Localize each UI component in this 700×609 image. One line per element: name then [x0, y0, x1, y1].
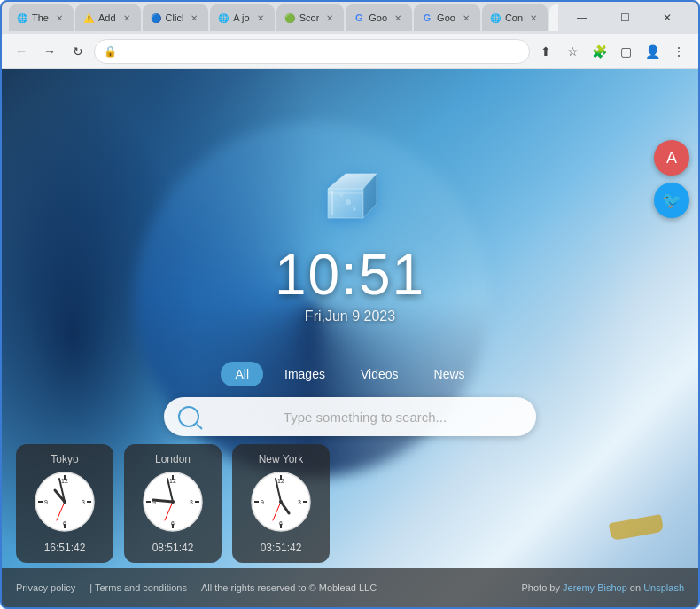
close-button[interactable]: ✕	[647, 4, 688, 31]
tab-1-label: The	[32, 12, 49, 23]
clock-tokyo-city: Tokyo	[27, 453, 103, 465]
toolbar: ← → ↻ 🔒 ⬆ ☆ 🧩 ▢ 👤 ⋮	[2, 34, 698, 69]
menu-button[interactable]: ⋮	[666, 39, 691, 64]
svg-text:12: 12	[169, 478, 176, 484]
tab-2[interactable]: ⚠️ Add ✕	[75, 4, 141, 31]
svg-point-5	[346, 199, 351, 205]
tab-8-favicon: 🌐	[489, 12, 502, 24]
clock-london-analog: 12 3 6 9	[142, 471, 204, 533]
tab-4[interactable]: 🌐 A jo ✕	[210, 4, 274, 31]
clock-date: Fri,Jun 9 2023	[275, 308, 425, 324]
tab-5-label: Scor	[299, 12, 320, 23]
toolbar-actions: ⬆ ☆ 🧩 ▢ 👤 ⋮	[533, 39, 691, 64]
svg-point-6	[339, 193, 343, 197]
tab-4-close[interactable]: ✕	[253, 11, 268, 25]
svg-text:12: 12	[61, 478, 68, 484]
tab-7-label: Goo	[437, 12, 455, 23]
translate-fab[interactable]: A	[654, 140, 689, 176]
search-tab-all[interactable]: All	[221, 362, 263, 386]
tab-1-close[interactable]: ✕	[52, 11, 66, 25]
tab-5-close[interactable]: ✕	[323, 11, 337, 25]
tab-9[interactable]: 🔶 Kryc ✕	[549, 4, 558, 31]
svg-text:3: 3	[82, 499, 85, 505]
clock-newyork-city: New York	[243, 453, 319, 465]
clock-london-city: London	[135, 453, 211, 465]
maximize-button[interactable]: ☐	[604, 4, 645, 31]
svg-point-33	[171, 500, 175, 504]
clock-tokyo-analog: 12 3 6 9	[34, 471, 96, 533]
tab-6-close[interactable]: ✕	[391, 11, 405, 25]
svg-text:12: 12	[277, 478, 284, 484]
tab-8[interactable]: 🌐 Con ✕	[482, 4, 548, 31]
tab-9-favicon: 🔶	[556, 12, 558, 24]
clock-london-digital: 08:51:42	[135, 542, 211, 554]
clock-london: London 12 3 6 9	[124, 444, 222, 563]
search-tab-news[interactable]: News	[420, 362, 479, 386]
profile-button[interactable]: 👤	[640, 39, 665, 64]
tab-3-close[interactable]: ✕	[187, 11, 201, 25]
search-tabs: All Images Videos News	[164, 362, 536, 386]
tab-2-favicon: ⚠️	[82, 12, 95, 24]
tab-6[interactable]: G Goo ✕	[346, 4, 412, 31]
split-view-button[interactable]: ▢	[613, 39, 638, 64]
refresh-button[interactable]: ↻	[66, 39, 90, 64]
footer-links: Privacy policy | Terms and conditions Al…	[16, 582, 377, 593]
world-clocks: Tokyo 12 3 6 9	[16, 444, 330, 563]
extensions-button[interactable]: 🧩	[587, 39, 611, 64]
back-button[interactable]: ←	[9, 39, 34, 64]
tab-8-label: Con	[505, 12, 523, 23]
tab-7-close[interactable]: ✕	[459, 11, 473, 25]
bookmark-button[interactable]: ☆	[560, 39, 585, 64]
svg-text:3: 3	[190, 499, 193, 505]
terms-link[interactable]: | Terms and conditions	[89, 582, 187, 593]
copyright-text: All the rights reserved to © Moblead LLC	[201, 582, 377, 593]
forward-button[interactable]: →	[37, 39, 62, 64]
tab-5[interactable]: 🟢 Scor ✕	[276, 4, 345, 31]
source-link[interactable]: Unsplash	[643, 582, 684, 593]
svg-text:3: 3	[298, 499, 301, 505]
page-footer: Privacy policy | Terms and conditions Al…	[2, 568, 698, 607]
tab-2-close[interactable]: ✕	[120, 11, 134, 25]
tab-8-close[interactable]: ✕	[526, 11, 541, 25]
photo-credit-text: Photo by	[522, 582, 563, 593]
search-tab-images[interactable]: Images	[270, 362, 339, 386]
svg-line-30	[153, 500, 173, 502]
on-text: on	[627, 582, 643, 593]
photographer-link[interactable]: Jeremy Bishop	[563, 582, 627, 593]
search-box[interactable]: Type something to search...	[164, 397, 536, 436]
twitter-fab[interactable]: 🐦	[654, 183, 689, 218]
svg-text:9: 9	[261, 499, 264, 505]
svg-text:6: 6	[279, 520, 283, 527]
fab-area: A 🐦	[654, 140, 689, 218]
tab-5-favicon: 🟢	[284, 12, 296, 24]
clock-newyork-analog: 12 3 6 9	[250, 471, 312, 533]
svg-point-46	[279, 500, 283, 504]
search-tab-videos[interactable]: Videos	[346, 362, 413, 386]
lock-icon: 🔒	[104, 45, 117, 58]
window-controls: — ☐ ✕	[562, 4, 688, 31]
title-bar: 🌐 The ✕ ⚠️ Add ✕ 🔵 Clicl ✕ 🌐 A jo ✕ 🟢	[2, 2, 698, 34]
minimize-button[interactable]: —	[562, 4, 603, 31]
svg-text:6: 6	[63, 520, 66, 527]
ice-cube-logo	[315, 158, 385, 229]
address-bar[interactable]: 🔒	[94, 39, 530, 64]
svg-text:9: 9	[44, 499, 48, 505]
ice-cube-icon	[315, 158, 385, 229]
search-area: All Images Videos News Type something to…	[164, 362, 536, 436]
tab-3-label: Clicl	[166, 12, 184, 23]
tabs-area: 🌐 The ✕ ⚠️ Add ✕ 🔵 Clicl ✕ 🌐 A jo ✕ 🟢	[9, 4, 558, 31]
clock-newyork: New York 12 3 6 9	[232, 444, 330, 563]
tab-7[interactable]: G Goo ✕	[414, 4, 480, 31]
tab-6-label: Goo	[369, 12, 387, 23]
svg-text:6: 6	[171, 520, 175, 527]
privacy-link[interactable]: Privacy policy	[16, 582, 75, 593]
clock-tokyo-digital: 16:51:42	[27, 542, 103, 554]
clock-time: 10:51	[275, 246, 425, 303]
search-placeholder: Type something to search...	[208, 410, 522, 425]
tab-3[interactable]: 🔵 Clicl ✕	[143, 4, 209, 31]
footer-photo-credit: Photo by Jeremy Bishop on Unsplash	[522, 582, 684, 593]
tab-6-favicon: G	[353, 12, 365, 24]
tab-4-label: A jo	[233, 12, 249, 23]
tab-1[interactable]: 🌐 The ✕	[9, 4, 74, 31]
share-button[interactable]: ⬆	[533, 39, 558, 64]
